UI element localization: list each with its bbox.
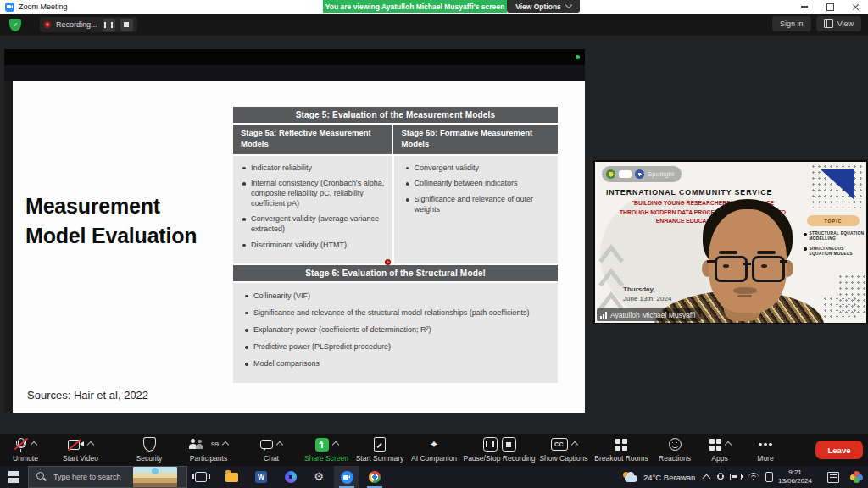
reactions-button[interactable]: Reactions (651, 435, 698, 464)
view-button-label: View (837, 19, 854, 28)
microphone-muted-icon (14, 438, 27, 452)
stop-recording-button[interactable] (120, 19, 133, 31)
date-line2: June 13th, 2024 (623, 295, 671, 302)
leave-button[interactable]: Leave (815, 441, 863, 459)
bullet-dot-icon (804, 233, 807, 236)
close-button[interactable] (843, 0, 868, 14)
minimize-icon (801, 6, 808, 8)
chat-button[interactable]: Chat (248, 435, 295, 464)
tray-microphone-icon[interactable] (716, 473, 723, 482)
stage5-header: Stage 5: Evaluation of the Measurement M… (233, 107, 558, 123)
minimize-button[interactable] (792, 0, 817, 14)
hidden-icons-chevron[interactable] (703, 474, 711, 482)
logo-badge: Spotlight (602, 166, 682, 182)
wifi-icon[interactable] (748, 473, 759, 481)
chevron-up-icon[interactable] (276, 441, 283, 447)
window-controls (792, 0, 868, 14)
campus-logo-icon (606, 169, 615, 179)
signal-strength-icon (600, 311, 607, 319)
close-icon (852, 3, 860, 11)
subtitle-line1: "BUILDING YOUNG RESEARCHERS' COMPETENCE (597, 199, 809, 208)
recording-indicator: Recording... (40, 17, 137, 32)
participants-count: 99 (211, 441, 219, 448)
start-video-button[interactable]: Start Video (51, 435, 110, 464)
app-swirl-button[interactable] (278, 466, 303, 488)
task-view-button[interactable] (188, 466, 214, 488)
taskbar-clock[interactable]: 9:21 13/06/2024 (773, 466, 817, 488)
evaluation-table: Stage 5: Evaluation of the Measurement M… (233, 107, 558, 383)
chevron-up-icon[interactable] (31, 441, 37, 447)
windows-taskbar: W ⚙ 24°C Berawan 9:21 13/06/2024 (0, 466, 868, 488)
bullet-item: Predictive power (PLSpredict procedure) (243, 342, 549, 352)
phone-link-icon[interactable] (765, 472, 773, 482)
slide-source: Sources: Hair et al, 2022 (27, 389, 148, 402)
person-eyebrow (719, 251, 737, 254)
search-highlight-image[interactable] (133, 467, 177, 487)
view-options-button[interactable]: View Options (507, 0, 580, 13)
word-button[interactable]: W (248, 466, 274, 488)
zoom-taskbar-icon (341, 471, 353, 484)
battery-icon[interactable] (730, 474, 742, 481)
reactions-label: Reactions (659, 454, 691, 463)
participants-button[interactable]: 99 Participants (177, 435, 240, 464)
chrome-icon (369, 471, 381, 483)
stage5b-list: Convergent validity Collinearity between… (394, 156, 559, 263)
chevron-down-icon (565, 2, 572, 8)
file-explorer-button[interactable] (219, 466, 244, 488)
stage5a-list: Indicator reliability Internal consisten… (233, 156, 392, 263)
search-input[interactable] (52, 472, 133, 482)
more-label: More (757, 454, 773, 463)
bullet-dot-icon (804, 247, 807, 251)
chevron-up-icon[interactable] (724, 441, 731, 447)
window-title: Zoom Meeting (19, 3, 68, 11)
zoom-taskbar-button[interactable] (334, 466, 359, 488)
security-button[interactable]: Security (125, 435, 173, 464)
participants-icon (189, 439, 205, 451)
settings-button[interactable]: ⚙ (306, 466, 331, 488)
breakout-rooms-button[interactable]: Breakout Rooms (587, 435, 656, 464)
unmute-button[interactable]: Unmute (0, 435, 51, 464)
chevron-up-icon[interactable] (570, 441, 577, 447)
window-titlebar: Zoom Meeting You are viewing Ayatulloh M… (0, 0, 868, 14)
shared-screen-sub-band (4, 65, 585, 81)
encryption-shield-icon[interactable]: ✓ (9, 19, 21, 31)
bullet-item: Collinearity (VIF) (243, 291, 549, 302)
shared-screen-top-band (4, 49, 585, 65)
pause-recording-icon[interactable] (483, 437, 498, 452)
chat-bubble-icon (260, 439, 273, 451)
sign-in-button[interactable]: Sign in (772, 16, 811, 31)
maximize-button[interactable] (817, 0, 843, 14)
glasses-arm (707, 260, 715, 263)
background-title: INTERNATIONAL COMMUNITY SERVICE (606, 188, 810, 197)
pause-recording-button[interactable] (103, 19, 115, 31)
chevron-up-icon[interactable] (87, 441, 94, 447)
chevron-up-icon[interactable] (331, 441, 338, 447)
person-mouth (737, 295, 752, 297)
participant-name-label: Ayatulloh Michael Musyaffi (597, 308, 701, 321)
apps-button[interactable]: Apps (700, 435, 739, 464)
chat-label: Chat (264, 454, 279, 463)
bullet-item: Model comparisons (243, 359, 549, 369)
action-center-button[interactable] (822, 466, 844, 488)
weather-widget[interactable]: 24°C Berawan (623, 466, 695, 488)
chrome-taskbar-button[interactable] (362, 466, 387, 488)
partner-logo-icon (619, 170, 632, 178)
settings-gear-icon: ⚙ (314, 471, 324, 483)
start-summary-button[interactable]: Start Summary (348, 435, 411, 464)
taskbar-search[interactable] (28, 466, 187, 488)
dot-pattern-decoration (822, 296, 858, 319)
participant-video-tile[interactable]: Spotlight INTERNATIONAL COMMUNITY SERVIC… (593, 160, 868, 324)
apps-label: Apps (711, 454, 727, 463)
tray-color-app-button[interactable] (846, 466, 868, 488)
zoom-meeting-window: Zoom Meeting You are viewing Ayatulloh M… (0, 0, 868, 488)
start-button[interactable] (0, 466, 28, 488)
participants-label: Participants (190, 454, 227, 463)
stop-recording-icon[interactable] (502, 437, 516, 452)
pause-icon (104, 22, 113, 28)
more-button[interactable]: More (748, 435, 783, 464)
pause-stop-recording-label: Pause/Stop Recording (463, 454, 535, 463)
chevron-up-icon[interactable] (222, 441, 229, 447)
view-button[interactable]: View (816, 16, 861, 31)
bullet-item: Indicator reliability (241, 164, 387, 174)
more-dots-icon (764, 443, 767, 446)
